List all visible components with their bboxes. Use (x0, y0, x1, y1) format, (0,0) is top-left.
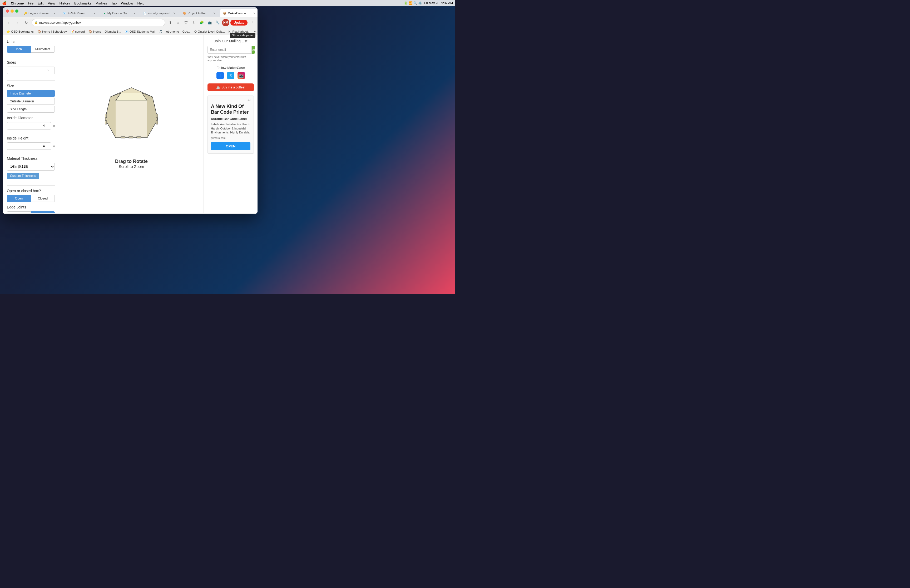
traffic-light-minimize[interactable] (11, 10, 14, 13)
side-length-button[interactable]: Side Length (7, 106, 55, 113)
menubar-profiles[interactable]: Profiles (95, 1, 107, 5)
ad-open-button[interactable]: OPEN (211, 142, 251, 150)
traffic-light-close[interactable] (6, 10, 9, 13)
tab-close-editor[interactable]: ✕ (212, 11, 216, 15)
bookmark-star-button[interactable]: ⬆ (166, 19, 173, 26)
extensions-button[interactable]: 🧩 (198, 19, 205, 26)
tab-login[interactable]: 🔑 Login - Powered ✕ (21, 9, 60, 17)
material-thickness-select[interactable]: 1/8in (0.118) 1/4in (0.236) 3/4in (0.709… (7, 163, 55, 171)
svg-rect-4 (156, 114, 158, 118)
bookmark-osd[interactable]: ⭐ OSD Bookmarks (5, 29, 35, 34)
scroll-to-zoom-hint: Scroll to Zoom (119, 164, 144, 169)
bookmark-olympia-icon: 🏠 (89, 30, 92, 34)
ad-body: Labels Are Suitable For Use In Harsh, Ou… (211, 123, 251, 134)
menubar: 🍎 Chrome File Edit View History Bookmark… (0, 0, 455, 6)
browser-window: 🔑 Login - Powered ✕ 📧 FREE Planet Fitn..… (3, 7, 257, 214)
user-avatar[interactable]: HM (222, 19, 230, 26)
tab-close-login[interactable]: ✕ (53, 11, 57, 15)
sides-input[interactable] (7, 66, 55, 74)
star-button[interactable]: ☆ (175, 19, 181, 26)
finger-button[interactable]: Finger (31, 212, 55, 213)
instagram-icon[interactable]: 📷 (238, 72, 245, 79)
divider-2 (7, 80, 55, 81)
inch-button[interactable]: Inch (7, 46, 31, 53)
menubar-clock: 9:37 AM (441, 1, 453, 5)
box-3d-view (95, 80, 168, 153)
reload-button[interactable]: ↻ (23, 19, 30, 26)
nav-bar: ‹ › ↻ 🔒 makercase.com/#/polygonbox ⬆ ☆ 🛡… (3, 17, 257, 28)
menubar-view[interactable]: View (48, 1, 55, 5)
email-disclaimer: We'll never share your email with anyone… (207, 55, 254, 62)
inside-height-label: Inside Height (7, 136, 55, 140)
email-signup-row: ✉ (207, 46, 254, 54)
traffic-light-fullscreen[interactable] (15, 10, 18, 13)
tab-editor[interactable]: 🎨 Project Editor – In... ✕ (180, 9, 219, 17)
svg-rect-3 (105, 121, 107, 124)
menubar-app[interactable]: Chrome (11, 1, 24, 5)
email-input[interactable] (207, 46, 252, 54)
menubar-window[interactable]: Window (121, 1, 133, 5)
update-button[interactable]: Update (230, 20, 247, 26)
tab-fitness[interactable]: 📧 FREE Planet Fitn... ✕ (60, 9, 100, 17)
menubar-file[interactable]: File (28, 1, 34, 5)
puzzle-button[interactable]: 🔧 (214, 19, 221, 26)
tab-close-fitness[interactable]: ✕ (93, 11, 96, 15)
facebook-icon[interactable]: f (217, 72, 224, 79)
closed-button[interactable]: Closed (31, 195, 55, 202)
svg-rect-6 (121, 137, 125, 138)
custom-thickness-button[interactable]: Custom Thickness (7, 173, 39, 179)
inside-diameter-input[interactable] (7, 122, 51, 129)
menubar-tab[interactable]: Tab (111, 1, 116, 5)
material-thickness-label: Material Thickness (7, 156, 55, 161)
ad-badge: Ad (247, 99, 251, 102)
inside-diameter-row: in (7, 122, 55, 129)
twitter-icon[interactable]: 𝕏 (227, 72, 234, 79)
back-button[interactable]: ‹ (5, 19, 12, 26)
tab-close-drive[interactable]: ✕ (133, 11, 136, 15)
edge-joints-label: Edge Joints (7, 205, 55, 209)
apple-menu[interactable]: 🍎 (2, 1, 6, 5)
bookmark-syword[interactable]: 📝 syword (69, 29, 86, 34)
cast-button[interactable]: 📺 (206, 19, 213, 26)
address-bar[interactable]: 🔒 makercase.com/#/polygonbox (32, 19, 165, 26)
bookmarks-bar: ⭐ OSD Bookmarks 🏠 Home | Schoology 📝 syw… (3, 28, 257, 35)
tab-visually[interactable]: 📄 visually impaired ✕ (140, 9, 179, 17)
millimeters-button[interactable]: Millimeters (31, 46, 55, 53)
bookmark-mail-icon: 📧 (125, 30, 128, 34)
page-content: Units Inch Millimeters Sides Size Inside… (3, 35, 257, 213)
bookmark-schoology[interactable]: 🏠 Home | Schoology (36, 29, 68, 34)
bookmark-mail[interactable]: 📧 OSD Students Mail (123, 29, 157, 34)
bookmark-metronome[interactable]: 🎵 metronome – Goo... (157, 29, 192, 34)
tab-drive[interactable]: ▲ My Drive – Googl... ✕ (100, 9, 139, 17)
menubar-time: 🔋 📶 🔍 ⚙️ (404, 1, 422, 5)
flat-button[interactable]: Flat (7, 212, 31, 213)
menubar-history[interactable]: History (59, 1, 70, 5)
inside-diameter-button[interactable]: Inside Diameter (7, 90, 55, 97)
shield-button[interactable]: 🛡 (183, 19, 189, 26)
mailing-list-title: Join Our Mailing List (207, 39, 254, 43)
view-area[interactable]: Drag to Rotate Scroll to Zoom (59, 35, 204, 213)
download-button[interactable]: ⬇ (191, 19, 197, 26)
forward-button[interactable]: › (14, 19, 21, 26)
menubar-edit[interactable]: Edit (38, 1, 44, 5)
email-submit-button[interactable]: ✉ (252, 46, 255, 54)
chrome-menu-button[interactable]: ⋮ (249, 19, 255, 26)
tab-close-visually[interactable]: ✕ (173, 11, 176, 15)
menubar-help[interactable]: Help (137, 1, 145, 5)
bookmark-quizlet-icon: Q (194, 30, 197, 33)
open-button[interactable]: Open (7, 195, 31, 202)
bookmark-quizlet[interactable]: Q Quizlet Live | Quiz... (193, 29, 226, 34)
size-options: Inside Diameter Outside Diameter Side Le… (7, 90, 55, 113)
svg-rect-7 (129, 137, 133, 138)
bookmark-olympia[interactable]: 🏠 Home – Olympia S... (87, 29, 123, 34)
right-panel: Join Our Mailing List ✉ We'll never shar… (204, 35, 257, 213)
svg-rect-5 (156, 121, 158, 124)
buy-coffee-button[interactable]: ☕ Buy me a coffee! (207, 84, 254, 91)
outside-diameter-button[interactable]: Outside Diameter (7, 98, 55, 105)
inside-height-row: in (7, 142, 55, 150)
tab-makercase[interactable]: 📦 MakerCase – Eas... ✕ (220, 9, 257, 17)
menubar-bookmarks[interactable]: Bookmarks (74, 1, 91, 5)
tab-close-makercase[interactable]: ✕ (252, 11, 256, 15)
coffee-label: Buy me a coffee! (222, 86, 246, 89)
inside-height-input[interactable] (7, 142, 51, 150)
